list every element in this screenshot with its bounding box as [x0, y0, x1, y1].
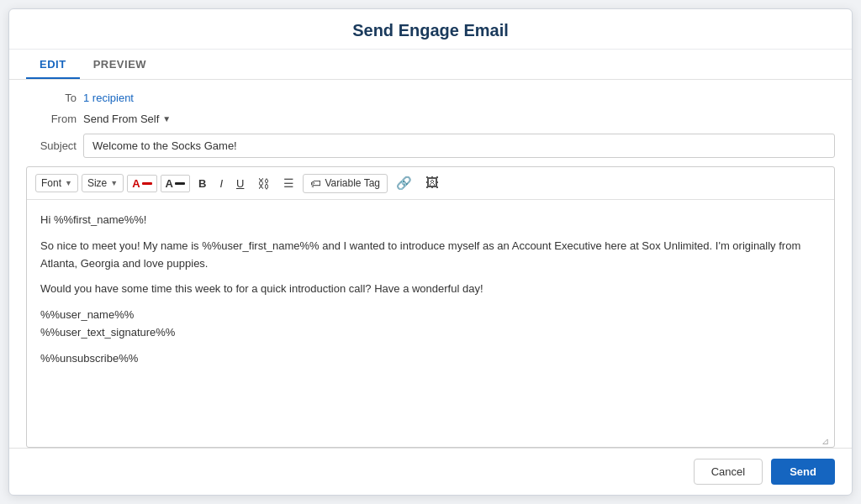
subject-row: Subject [26, 134, 835, 158]
email-editor: Font ▼ Size ▼ A A B I U ⛓ ☰ [26, 166, 835, 448]
to-label: To [26, 92, 77, 104]
editor-line-2: So nice to meet you! My name is %%user_f… [40, 238, 821, 273]
from-row: From Send From Self ▼ [26, 113, 835, 125]
chain-link-icon: ⛓ [257, 176, 270, 191]
from-text: Send From Self [83, 113, 159, 125]
resize-handle[interactable]: ⊿ [821, 434, 832, 444]
hyperlink-icon: 🔗 [396, 176, 412, 191]
cancel-button[interactable]: Cancel [694, 459, 763, 485]
image-button[interactable]: 🖼 [420, 172, 444, 194]
to-row: To 1 recipient [26, 92, 835, 104]
modal-title: Send Engage Email [26, 21, 835, 40]
editor-toolbar: Font ▼ Size ▼ A A B I U ⛓ ☰ [27, 167, 834, 200]
font-highlight-indicator [175, 182, 185, 185]
subject-input[interactable] [83, 134, 835, 158]
modal-header: Send Engage Email [9, 9, 852, 50]
send-engage-email-modal: Send Engage Email EDIT PREVIEW To 1 reci… [8, 8, 853, 496]
tab-bar: EDIT PREVIEW [9, 50, 852, 80]
list-icon: ☰ [283, 176, 294, 190]
editor-line-3: Would you have some time this week to fo… [40, 281, 821, 298]
variable-tag-label: Variable Tag [325, 177, 380, 189]
font-caret-icon: ▼ [65, 179, 72, 187]
from-label: From [26, 113, 77, 125]
from-value[interactable]: Send From Self ▼ [83, 113, 171, 125]
font-highlight-button[interactable]: A [161, 175, 190, 192]
hyperlink-button[interactable]: 🔗 [391, 172, 417, 194]
font-label: Font [41, 177, 61, 189]
image-icon: 🖼 [425, 176, 439, 191]
to-value[interactable]: 1 recipient [83, 92, 134, 104]
italic-button[interactable]: I [214, 174, 228, 193]
send-button[interactable]: Send [771, 459, 835, 485]
font-color-indicator [142, 182, 152, 185]
font-color-button[interactable]: A [127, 175, 156, 192]
subject-label: Subject [26, 139, 77, 152]
font-highlight-a-label: A [166, 177, 173, 190]
font-select[interactable]: Font ▼ [35, 174, 78, 192]
variable-tag-button[interactable]: 🏷 Variable Tag [303, 174, 388, 193]
editor-line-5: %%unsubscribe%% [40, 350, 821, 368]
tag-icon: 🏷 [310, 177, 321, 190]
dropdown-arrow-icon: ▼ [162, 114, 171, 123]
editor-body[interactable]: Hi %%first_name%%! So nice to meet you! … [27, 200, 834, 447]
bold-button[interactable]: B [193, 174, 211, 193]
size-label: Size [87, 177, 107, 189]
modal-footer: Cancel Send [9, 448, 852, 495]
editor-line-4: %%user_name%% %%user_text_signature%% [40, 307, 821, 342]
font-color-a-label: A [132, 177, 140, 190]
form-area: To 1 recipient From Send From Self ▼ Sub… [9, 80, 852, 166]
tab-preview[interactable]: PREVIEW [80, 50, 160, 79]
underline-button[interactable]: U [231, 174, 249, 193]
tab-edit[interactable]: EDIT [26, 50, 80, 79]
editor-line-1: Hi %%first_name%%! [40, 212, 821, 229]
link-button[interactable]: ⛓ [252, 173, 275, 194]
list-button[interactable]: ☰ [278, 173, 299, 193]
size-caret-icon: ▼ [110, 179, 118, 187]
size-select[interactable]: Size ▼ [82, 174, 124, 192]
